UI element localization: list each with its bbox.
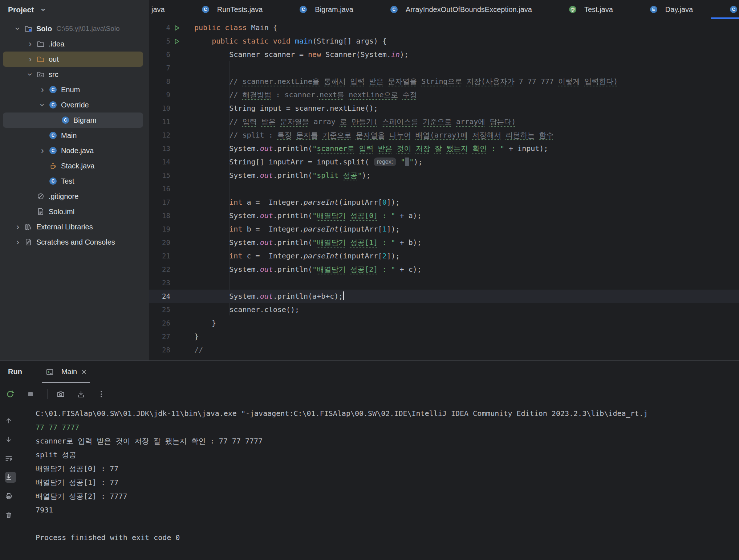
tab-day-java[interactable]: EDay.java [631,0,711,19]
code-line-11[interactable]: 11 // 입력 받은 문자열을 array 로 만들기( 스페이스를 기준으로… [149,115,739,128]
line-number[interactable]: 19 [149,222,170,236]
chevron-right-icon[interactable]: › [36,85,49,94]
code-line-16[interactable]: 16 [149,182,739,196]
code-editor[interactable]: 4public class Main {5 public static void… [149,19,739,360]
rerun-button[interactable] [7,389,17,400]
line-number[interactable]: 12 [149,128,170,142]
code-line-23[interactable]: 23 [149,276,739,290]
chevron-down-icon[interactable]: › [38,99,47,111]
chevron-right-icon[interactable]: › [24,55,36,64]
line-number[interactable]: 16 [149,182,170,196]
chevron-down-icon[interactable]: › [13,23,22,35]
line-number[interactable]: 22 [149,263,170,276]
tab-ma[interactable]: CMa [711,0,739,19]
line-number[interactable]: 23 [149,276,170,290]
chevron-right-icon[interactable]: › [36,146,49,155]
tab-runtests-java[interactable]: CRunTests.java [183,0,281,19]
tree-item-idea[interactable]: ›.idea [3,36,143,52]
tab-java[interactable]: java [149,0,183,19]
tree-item-override[interactable]: ›COverride [3,97,143,113]
tab-arrayindexoutofboundsexception-java[interactable]: CArrayIndexOutOfBoundsException.java [371,0,550,19]
code-line-8[interactable]: 8 // scanner.nextLine을 통해서 입력 받은 문자열을 St… [149,75,739,88]
code-line-10[interactable]: 10 String input = scanner.nextLine(); [149,102,739,115]
code-line-13[interactable]: 13 System.out.println("scanner로 입력 받은 것이… [149,142,739,155]
line-number[interactable]: 11 [149,115,170,128]
code-line-14[interactable]: 14 String[] inputArr = input.split( rege… [149,155,739,169]
line-number[interactable]: 9 [149,88,170,102]
line-number[interactable]: 10 [149,102,170,115]
line-number[interactable]: 7 [149,61,170,75]
chevron-right-icon[interactable]: › [24,40,36,48]
code-line-6[interactable]: 6 Scanner scanner = new Scanner(System.i… [149,48,739,61]
code-line-17[interactable]: 17 int a = Integer.parseInt(inputArr[0])… [149,196,739,209]
line-number[interactable]: 21 [149,249,170,263]
code-line-28[interactable]: 28// [149,343,739,357]
line-number[interactable]: 28 [149,343,170,357]
code-line-20[interactable]: 20 System.out.println("배열담기 성공[1] : " + … [149,236,739,249]
line-number[interactable]: 4 [149,21,170,34]
tree-item-solo-iml[interactable]: Solo.iml [3,204,143,219]
stop-button[interactable] [27,389,38,400]
code-line-7[interactable]: 7 [149,61,739,75]
line-number[interactable]: 26 [149,316,170,330]
code-line-15[interactable]: 15 System.out.println("split 성공"); [149,169,739,182]
line-number[interactable]: 24 [149,290,170,303]
down-button[interactable] [5,434,16,445]
tree-item-solo[interactable]: ›SoloC:\55.yj\01.java\Solo [3,21,143,36]
run-tab-main[interactable]: Main × [40,361,92,383]
tree-item-enum[interactable]: ›CEnum [3,82,143,97]
code-line-25[interactable]: 25 scanner.close(); [149,303,739,316]
tree-item-gitignore[interactable]: .gitignore [3,189,143,204]
code-line-9[interactable]: 9 // 해결방법 : scanner.next를 nextLine으로 수정 [149,88,739,102]
line-number[interactable]: 13 [149,142,170,155]
code-line-26[interactable]: 26 } [149,316,739,330]
line-number[interactable]: 5 [149,34,170,48]
line-number[interactable]: 27 [149,330,170,343]
tab-test-java[interactable]: @Test.java [550,0,631,19]
console-output[interactable]: C:\01.FISAlap\00.SW\01.JDK\jdk-11\bin\ja… [21,405,739,560]
line-number[interactable]: 17 [149,196,170,209]
print-button[interactable] [5,491,16,502]
tree-item-test[interactable]: CTest [3,173,143,189]
code-line-21[interactable]: 21 int c = Integer.parseInt(inputArr[2])… [149,249,739,263]
code-line-12[interactable]: 12 // split : 특정 문자를 기준으로 문자열을 나누어 배열(ar… [149,128,739,142]
line-number[interactable]: 25 [149,303,170,316]
softwrap-button[interactable] [5,453,16,464]
code-line-18[interactable]: 18 System.out.println("배열담기 성공[0] : " + … [149,209,739,222]
more-button[interactable] [98,389,109,400]
tree-item-node-java[interactable]: ›CNode.java [3,143,143,158]
tab-bigram-java[interactable]: CBigram.java [281,0,371,19]
close-icon[interactable]: × [81,367,86,377]
tree-item-bigram[interactable]: CBigram [3,113,143,128]
line-number[interactable]: 14 [149,155,170,169]
up-button[interactable] [5,415,16,426]
tree-item-src[interactable]: ›src [3,67,143,82]
code-line-22[interactable]: 22 System.out.println("배열담기 성공[2] : " + … [149,263,739,276]
line-number[interactable]: 20 [149,236,170,249]
project-panel-header[interactable]: Project › [0,0,149,20]
code-line-29[interactable]: 29 String input = "77 77 7777"; [149,357,739,360]
chevron-down-icon[interactable]: › [39,4,48,16]
tree-item-external-libraries[interactable]: ›External Libraries [3,219,143,234]
chevron-down-icon[interactable]: › [26,68,34,81]
chevron-right-icon[interactable]: › [12,238,24,246]
tree-item-scratches-and-consoles[interactable]: ›Scratches and Consoles [3,234,143,250]
run-line-icon[interactable] [170,21,183,34]
line-number[interactable]: 29 [149,357,170,360]
code-line-27[interactable]: 27} [149,330,739,343]
tree-item-out[interactable]: ›out [3,52,143,67]
tree-item-main[interactable]: CMain [3,128,143,143]
line-number[interactable]: 18 [149,209,170,222]
tree-item-stack-java[interactable]: Stack.java [3,158,143,173]
code-line-24[interactable]: 24 System.out.println(a+b+c); [149,290,739,303]
camera-button[interactable] [57,389,68,400]
line-number[interactable]: 6 [149,48,170,61]
scrollend-button[interactable] [5,472,16,483]
line-number[interactable]: 15 [149,169,170,182]
chevron-right-icon[interactable]: › [12,222,24,231]
line-number[interactable]: 8 [149,75,170,88]
trash-button[interactable] [5,510,16,520]
code-line-19[interactable]: 19 int b = Integer.parseInt(inputArr[1])… [149,222,739,236]
code-line-5[interactable]: 5 public static void main(String[] args)… [149,34,739,48]
code-line-4[interactable]: 4public class Main { [149,21,739,34]
